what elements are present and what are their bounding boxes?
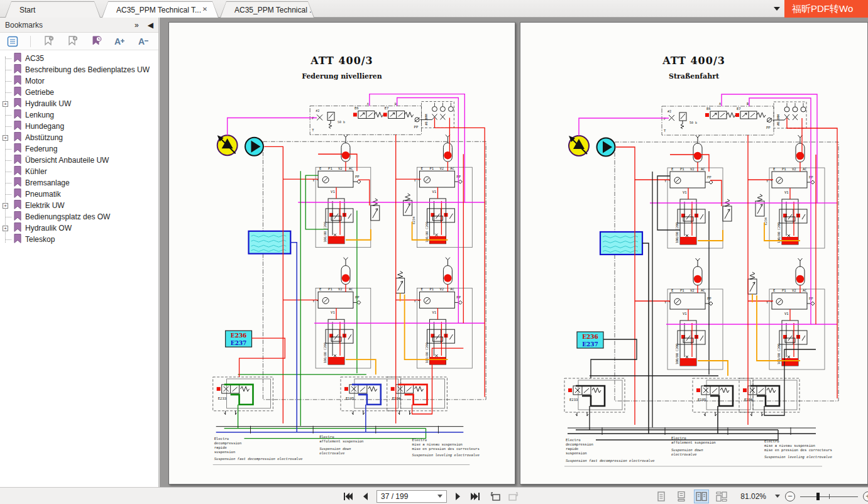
page-subtitle: Straßenfahrt <box>669 72 720 80</box>
bookmark-delete-icon[interactable] <box>42 35 55 48</box>
tab-document-1[interactable]: AC35_PPM Technical T... ✕ <box>102 1 219 18</box>
collapse-panel-icon[interactable]: ◀ <box>148 21 153 30</box>
accumulator <box>341 134 350 162</box>
tree-stub <box>5 126 11 127</box>
svg-text:E6: E6 <box>354 106 359 110</box>
tab-list-dropdown-icon[interactable] <box>774 7 780 11</box>
expand-panels-icon[interactable]: » <box>135 21 139 30</box>
bookmark-item[interactable]: Hundegang <box>0 121 158 132</box>
next-view-button[interactable] <box>507 491 519 502</box>
tree-stub <box>5 58 11 59</box>
page-number-input[interactable]: 37 / 199 <box>376 490 447 503</box>
bookmark-item[interactable]: Kühler <box>0 166 158 177</box>
previous-page-button[interactable] <box>360 491 371 502</box>
last-page-button[interactable] <box>470 491 481 502</box>
bookmark-item[interactable]: +Elektrik UW <box>0 200 158 211</box>
svg-text:E7: E7 <box>737 107 741 111</box>
bookmark-flag-icon <box>14 64 25 75</box>
zoom-in-button[interactable]: + <box>863 491 868 501</box>
font-decrease-icon[interactable]: A <box>138 35 150 48</box>
bookmark-label: Hundegang <box>25 122 64 131</box>
bookmark-item[interactable]: Lenkung <box>0 109 158 121</box>
bookmark-item[interactable]: Bedienungsplatz des OW <box>0 211 158 222</box>
svg-text:Electro: Electro <box>764 439 779 443</box>
zoom-out-button[interactable]: − <box>785 491 795 501</box>
bookmark-item[interactable]: Pneumatik <box>0 189 158 200</box>
expand-node-icon[interactable]: + <box>3 203 8 209</box>
bookmark-label: Abstützung <box>25 133 63 142</box>
font-increase-icon[interactable]: A <box>114 35 126 48</box>
tree-stub <box>5 115 11 116</box>
continuous-layout-button[interactable] <box>674 490 689 503</box>
zoom-slider-thumb[interactable] <box>816 493 820 500</box>
svg-text:50 b: 50 b <box>338 120 345 124</box>
bookmark-item[interactable]: Federung <box>0 143 158 155</box>
bookmark-item[interactable]: Motor <box>0 75 158 87</box>
expand-node-icon[interactable]: + <box>3 135 8 141</box>
facing-layout-button[interactable] <box>694 490 709 503</box>
previous-view-button[interactable] <box>490 491 502 502</box>
document-view-area[interactable]: E P1 V2 AC Y PP V1 100/80 <box>160 18 868 487</box>
expand-node-icon[interactable]: + <box>3 226 8 231</box>
svg-text:A: A <box>114 36 121 47</box>
bookmark-flag-icon <box>14 155 25 166</box>
svg-text:E236: E236 <box>582 334 598 340</box>
bookmark-label: Getriebe <box>25 88 54 97</box>
bookmark-add-icon[interactable] <box>66 35 79 48</box>
bookmark-expand-icon[interactable] <box>90 35 102 48</box>
bookmark-flag-icon <box>14 189 25 200</box>
bookmark-item[interactable]: AC35 <box>0 53 158 64</box>
zoom-slider[interactable] <box>800 491 858 501</box>
svg-text:PP: PP <box>766 126 771 129</box>
bookmark-label: Bedienungsplatz des OW <box>25 212 110 221</box>
svg-text:E237: E237 <box>582 341 598 348</box>
tab-start[interactable]: Start <box>5 1 101 18</box>
zoom-dropdown-icon[interactable] <box>775 495 780 498</box>
pdf-page-left[interactable]: E P1 V2 AC Y PP V1 100/80 <box>168 22 515 485</box>
bookmark-flag-icon <box>14 53 25 64</box>
svg-text:E6: E6 <box>706 107 711 111</box>
svg-text:Suspension leveling electroval: Suspension leveling electrovalve <box>764 455 832 459</box>
tree-stub <box>5 92 11 93</box>
svg-text:Electro: Electro <box>566 438 581 442</box>
svg-text:#2: #2 <box>667 109 671 113</box>
bookmark-label: Elektrik UW <box>25 201 65 210</box>
bookmark-item[interactable]: +Hydraulik UW <box>0 98 158 109</box>
suspension-cylinder <box>323 199 344 244</box>
svg-text:A: A <box>138 36 145 47</box>
convert-to-word-button[interactable]: 福昕PDF转Wo <box>784 0 868 18</box>
bookmark-label: Hydraulik UW <box>25 99 71 108</box>
svg-text:Suspension down: Suspension down <box>319 447 351 451</box>
single-page-layout-button[interactable] <box>654 490 669 503</box>
bookmark-item[interactable]: Getriebe <box>0 87 158 98</box>
foxit-reader-window: { "app": { "tabs": [ { "label": "Start" … <box>0 0 868 504</box>
svg-text:mise en pression des correcteu: mise en pression des correcteurs <box>764 448 832 452</box>
bookmark-item[interactable]: Bremsanlage <box>0 177 158 189</box>
bookmark-label: Hydraulik OW <box>25 224 72 233</box>
next-page-button[interactable] <box>453 491 464 502</box>
zoom-percentage[interactable]: 81.02% <box>740 492 766 501</box>
bookmark-item[interactable]: Beschreibung des Bedienplatzes UW <box>0 64 158 75</box>
bookmark-item[interactable]: +Abstützung <box>0 132 158 143</box>
expand-node-icon[interactable]: + <box>3 101 8 107</box>
first-page-button[interactable] <box>343 491 354 502</box>
page-number-dropdown-icon[interactable] <box>437 495 442 498</box>
svg-text:T: T <box>312 128 314 132</box>
panel-options-icon[interactable] <box>6 35 19 48</box>
bookmark-item[interactable]: +Hydraulik OW <box>0 222 158 234</box>
tab-close-icon[interactable]: ✕ <box>201 6 209 13</box>
hydraulic-schematic: E P1 V2 AC Y PP V1 100/80 <box>169 23 515 484</box>
bookmark-item[interactable]: Übersicht Anbauteile UW <box>0 155 158 166</box>
bookmark-flag-icon <box>14 87 25 98</box>
pdf-page-right[interactable]: E P1 V2 AC Y PP V1 100/80 <box>520 22 868 485</box>
bookmarks-tree: AC35Beschreibung des Bedienplatzes UWMot… <box>0 50 158 487</box>
svg-text:PP: PP <box>414 125 419 129</box>
svg-text:Suspension leveling electroval: Suspension leveling electrovalve <box>412 453 480 457</box>
svg-text:T: T <box>664 129 666 133</box>
svg-text:E237: E237 <box>231 340 247 346</box>
bookmark-item[interactable]: Teleskop <box>0 234 158 245</box>
bookmark-flag-icon <box>14 75 25 87</box>
continuous-facing-layout-button[interactable] <box>714 490 729 503</box>
tab-document-2[interactable]: AC35_PPM Technical ... <box>220 1 314 18</box>
svg-text:mise en pression des correcteu: mise en pression des correcteurs <box>412 447 480 451</box>
